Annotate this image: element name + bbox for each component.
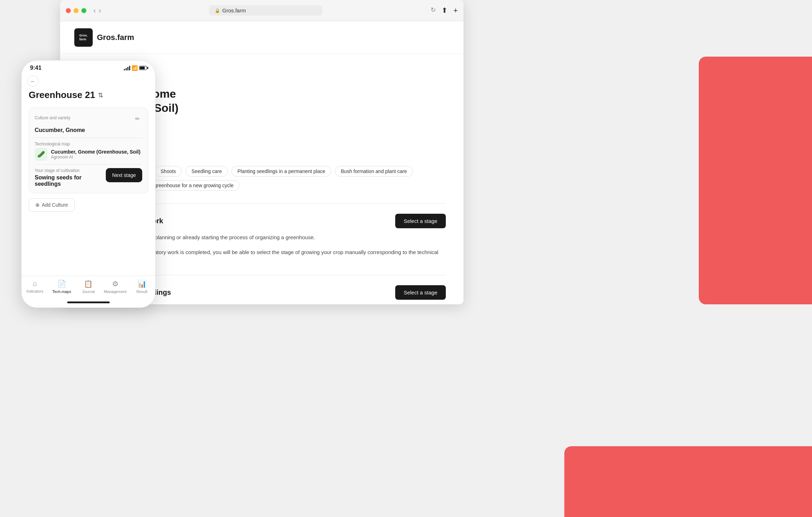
tech-map-label: Technological map xyxy=(35,142,142,147)
url-input[interactable]: 🔒 Gros.farm xyxy=(209,5,322,16)
stage-info: Your stage of cultivation Sowing seeds f… xyxy=(35,168,81,187)
tech-maps-label: Tech.maps xyxy=(52,289,71,294)
select-stage-button-1[interactable]: Select a stage xyxy=(395,285,446,300)
mobile-back-button[interactable]: ← xyxy=(27,75,39,87)
red-corner-bottom-decoration xyxy=(564,446,812,517)
result-icon: 📊 xyxy=(138,280,146,288)
toc-tag-1[interactable]: Shoots xyxy=(155,166,182,177)
result-label: Result xyxy=(137,289,148,294)
tech-map-icon: 🥒 xyxy=(35,148,47,161)
culture-card: Culture and variety ✏ Cucumber, Gnome Te… xyxy=(29,108,148,193)
browser-forward-button[interactable]: › xyxy=(99,6,101,15)
greenhouse-header: Greenhouse 21 ⇅ xyxy=(29,90,148,100)
indicators-icon: ⌂ xyxy=(33,280,37,288)
mobile-tab-bar: ⌂ Indicators 📄 Tech.maps 📋 Journal ⚙ Man… xyxy=(22,276,155,308)
tab-journal[interactable]: 📋 Journal xyxy=(75,280,102,294)
site-title: Gros.farm xyxy=(97,33,134,42)
edit-icon[interactable]: ✏ xyxy=(132,114,142,123)
journal-label: Journal xyxy=(82,289,95,294)
browser-window-controls xyxy=(66,8,86,13)
stage-value-line1: Sowing seeds for xyxy=(35,174,81,180)
stage-card-row: Your stage of cultivation Sowing seeds f… xyxy=(35,168,142,187)
tab-result[interactable]: 📊 Result xyxy=(128,280,155,294)
new-tab-button[interactable]: + xyxy=(453,6,458,15)
card-divider-1 xyxy=(35,138,142,138)
tab-indicators[interactable]: ⌂ Indicators xyxy=(22,280,48,293)
toc-tag-3[interactable]: Planting seedlings in a permanent place xyxy=(231,166,331,177)
battery-fill xyxy=(140,67,145,69)
stage-card-label: Your stage of cultivation xyxy=(35,168,81,173)
browser-back-button[interactable]: ‹ xyxy=(93,6,96,15)
next-stage-button[interactable]: Next stage xyxy=(106,168,142,182)
journal-icon: 📋 xyxy=(84,280,93,288)
toc-tag-2[interactable]: Seedling care xyxy=(185,166,228,177)
stage-card-value: Sowing seeds for seedlings xyxy=(35,174,81,187)
add-culture-label: Add Culture xyxy=(42,202,68,208)
add-icon: ⊕ xyxy=(35,202,40,208)
toc-tag-4[interactable]: Bush formation and plant care xyxy=(335,166,413,177)
culture-card-header: Culture and variety ✏ xyxy=(35,114,142,123)
logo-text: Gros.farm xyxy=(79,34,88,41)
battery-icon xyxy=(139,66,147,70)
signal-icon xyxy=(124,65,130,70)
stage-value-line2: seedlings xyxy=(35,181,61,187)
management-icon: ⚙ xyxy=(112,280,119,288)
browser-navigation: ‹ › xyxy=(93,6,101,15)
browser-titlebar: ‹ › 🔒 Gros.farm ↻ ⬆ + xyxy=(60,0,463,21)
tech-map-info: Cucumber, Gnome (Greenhouse, Soil) Agron… xyxy=(51,149,140,160)
add-culture-button[interactable]: ⊕ Add Culture xyxy=(29,198,75,212)
culture-label: Culture and variety xyxy=(35,115,70,120)
lock-icon: 🔒 xyxy=(215,8,220,13)
management-label: Management xyxy=(104,289,126,294)
select-stage-button-0[interactable]: Select a stage xyxy=(395,214,446,228)
tab-indicator-bar xyxy=(67,301,110,303)
mobile-frame: 9:41 📶 ← Greenhouse 21 ⇅ Culture xyxy=(21,60,156,308)
mobile-time: 9:41 xyxy=(30,65,41,71)
browser-actions: ↻ ⬆ + xyxy=(431,6,458,15)
reload-button[interactable]: ↻ xyxy=(431,6,436,15)
maximize-window-button[interactable] xyxy=(81,8,86,13)
wifi-icon: 📶 xyxy=(132,65,138,71)
site-logo: Gros.farm xyxy=(74,28,93,47)
greenhouse-title: Greenhouse 21 xyxy=(29,90,95,100)
share-button[interactable]: ⬆ xyxy=(442,6,448,15)
site-header: Gros.farm Gros.farm xyxy=(60,21,463,54)
close-window-button[interactable] xyxy=(66,8,71,13)
culture-value: Cucumber, Gnome xyxy=(35,127,142,133)
sort-icon[interactable]: ⇅ xyxy=(98,91,103,99)
tech-maps-icon: 📄 xyxy=(57,280,66,288)
tech-map-row: 🥒 Cucumber, Gnome (Greenhouse, Soil) Agr… xyxy=(35,148,142,161)
tab-tech-maps[interactable]: 📄 Tech.maps xyxy=(48,280,75,294)
red-corner-decoration xyxy=(699,57,812,304)
mobile-body: Greenhouse 21 ⇅ Culture and variety ✏ Cu… xyxy=(22,90,155,212)
minimize-window-button[interactable] xyxy=(74,8,79,13)
browser-address-bar[interactable]: 🔒 Gros.farm xyxy=(105,5,426,16)
tech-map-name: Cucumber, Gnome (Greenhouse, Soil) xyxy=(51,149,140,155)
tech-map-author: Agronom AI xyxy=(51,155,140,160)
mobile-back-arrow-icon: ← xyxy=(30,78,36,84)
mobile-status-bar: 9:41 📶 xyxy=(22,61,155,74)
url-text: Gros.farm xyxy=(222,7,246,13)
tab-management[interactable]: ⚙ Management xyxy=(102,280,129,294)
status-bar-right: 📶 xyxy=(124,65,147,71)
indicators-label: Indicators xyxy=(27,289,44,293)
card-divider-2 xyxy=(35,164,142,165)
